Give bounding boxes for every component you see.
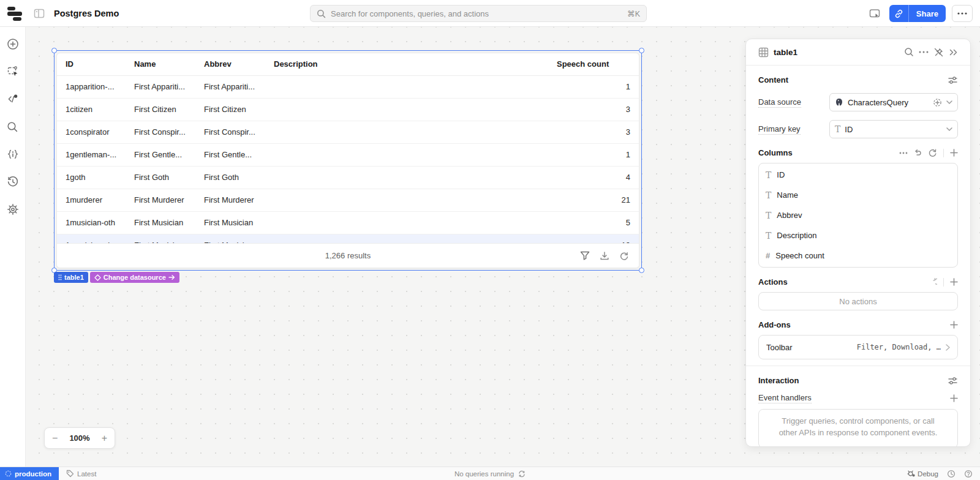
- actions-reset-icon[interactable]: [929, 278, 937, 286]
- refresh-icon[interactable]: [619, 251, 629, 261]
- select-components-button[interactable]: [4, 62, 22, 81]
- zoom-level[interactable]: 100%: [69, 433, 89, 443]
- inspector-more-icon[interactable]: [919, 51, 929, 53]
- sliders-icon[interactable]: [948, 76, 958, 84]
- search-input[interactable]: [331, 9, 622, 18]
- filter-icon[interactable]: [580, 251, 590, 260]
- change-datasource-button[interactable]: Change datasource: [90, 272, 179, 283]
- table-row[interactable]: 1conspirator First Conspir... First Cons…: [57, 121, 639, 144]
- add-component-button[interactable]: [4, 35, 22, 53]
- history-clock-icon[interactable]: [947, 470, 956, 478]
- columns-more-icon[interactable]: [899, 152, 908, 154]
- cell-id[interactable]: 1goth: [66, 173, 134, 182]
- environment-selector[interactable]: production: [0, 467, 59, 480]
- cell-name[interactable]: First Conspir...: [134, 127, 204, 137]
- cell-speech-count[interactable]: 5: [557, 218, 630, 227]
- cell-abbrev[interactable]: First Musician: [204, 218, 274, 227]
- cell-abbrev[interactable]: First Conspir...: [204, 127, 274, 137]
- cell-abbrev[interactable]: First Citizen: [204, 105, 274, 114]
- global-search[interactable]: ⌘K: [310, 5, 647, 22]
- cell-speech-count[interactable]: 3: [557, 105, 630, 114]
- column-list-item[interactable]: T Abbrev: [759, 205, 957, 225]
- text-type-icon: T: [766, 171, 771, 179]
- cell-name[interactable]: First Musician: [134, 218, 204, 227]
- table-column-header[interactable]: ID: [66, 59, 134, 69]
- add-addon-icon[interactable]: [950, 321, 958, 329]
- addons-section-label: Add-ons: [758, 320, 791, 329]
- resize-handle-top-right[interactable]: [639, 48, 644, 53]
- download-icon[interactable]: [600, 251, 609, 261]
- cell-name[interactable]: First Goth: [134, 173, 204, 182]
- debug-button[interactable]: Debug: [907, 470, 938, 478]
- zoom-in-button[interactable]: +: [102, 433, 107, 444]
- regenerate-columns-icon[interactable]: [928, 148, 937, 157]
- cell-name[interactable]: First Citizen: [134, 105, 204, 114]
- cell-name[interactable]: First Murderer: [134, 195, 204, 204]
- table-row[interactable]: 1murderer First Murderer First Murderer …: [57, 189, 639, 212]
- column-list-item[interactable]: T Description: [759, 225, 957, 246]
- inspector-search-icon[interactable]: [904, 47, 914, 57]
- cell-id[interactable]: 1conspirator: [66, 127, 134, 137]
- state-panel-button[interactable]: [4, 145, 22, 163]
- cell-id[interactable]: 1murderer: [66, 195, 134, 204]
- retool-logo[interactable]: [7, 7, 23, 20]
- primary-key-select[interactable]: T ID: [829, 120, 958, 138]
- cell-abbrev[interactable]: First Gentle...: [204, 150, 274, 159]
- cell-abbrev[interactable]: First Goth: [204, 173, 274, 182]
- table-row[interactable]: 1musician-si First Musician First Musici…: [57, 234, 639, 243]
- copy-link-button[interactable]: [889, 5, 909, 22]
- cell-name[interactable]: First Appariti...: [134, 82, 204, 91]
- cell-abbrev[interactable]: First Murderer: [204, 195, 274, 204]
- search-panel-button[interactable]: [4, 118, 22, 136]
- cell-speech-count[interactable]: 1: [557, 150, 630, 159]
- zoom-out-button[interactable]: −: [52, 433, 58, 444]
- help-icon[interactable]: [964, 470, 973, 478]
- code-panel-button[interactable]: [4, 90, 22, 108]
- share-button[interactable]: Share: [909, 5, 946, 22]
- table-column-header[interactable]: Description: [274, 59, 557, 69]
- collapse-panel-icon[interactable]: [949, 48, 958, 56]
- settings-button[interactable]: [4, 200, 22, 219]
- add-column-icon[interactable]: [950, 149, 958, 157]
- cell-id[interactable]: 1gentleman-...: [66, 150, 134, 159]
- table-row[interactable]: 1citizen First Citizen First Citizen 3: [57, 99, 639, 121]
- table-column-header[interactable]: Abbrev: [204, 59, 274, 69]
- present-app-icon[interactable]: [866, 5, 883, 22]
- add-event-handler-icon[interactable]: [950, 394, 958, 402]
- sliders-icon[interactable]: [948, 377, 958, 385]
- wrap-query-icon[interactable]: [933, 98, 942, 107]
- history-panel-button[interactable]: [4, 173, 22, 191]
- cell-name[interactable]: First Gentle...: [134, 150, 204, 159]
- reset-columns-icon[interactable]: [914, 149, 922, 157]
- left-panel-toggle-icon[interactable]: [32, 6, 47, 21]
- column-list-item[interactable]: T Name: [759, 185, 957, 205]
- sync-icon[interactable]: [518, 470, 526, 478]
- cell-id[interactable]: 1musician-oth: [66, 218, 134, 227]
- resize-handle-bottom-right[interactable]: [639, 268, 644, 273]
- table-row[interactable]: 1goth First Goth First Goth 4: [57, 167, 639, 189]
- table-row[interactable]: 1musician-oth First Musician First Music…: [57, 212, 639, 234]
- table-column-header[interactable]: Speech count: [557, 59, 630, 69]
- column-label: ID: [777, 170, 785, 179]
- cell-speech-count[interactable]: 4: [557, 173, 630, 182]
- data-source-select[interactable]: CharactersQuery: [829, 93, 958, 111]
- add-action-icon[interactable]: [950, 278, 958, 286]
- column-list-item[interactable]: # Speech count: [759, 246, 957, 266]
- resize-handle-top-left[interactable]: [51, 48, 57, 53]
- table-column-header[interactable]: Name: [134, 59, 204, 69]
- cell-id[interactable]: 1citizen: [66, 105, 134, 114]
- cell-speech-count[interactable]: 1: [557, 82, 630, 91]
- cell-abbrev[interactable]: First Appariti...: [204, 82, 274, 91]
- column-list-item[interactable]: T ID: [759, 165, 957, 185]
- cell-speech-count[interactable]: 3: [557, 127, 630, 137]
- more-options-button[interactable]: [952, 5, 973, 22]
- toolbar-addon-row[interactable]: Toolbar Filter, Download, …: [758, 335, 958, 359]
- cell-id[interactable]: 1apparition-...: [66, 82, 134, 91]
- unpin-panel-icon[interactable]: [933, 47, 944, 58]
- version-selector[interactable]: Latest: [59, 467, 104, 480]
- table-row[interactable]: 1gentleman-... First Gentle... First Gen…: [57, 144, 639, 167]
- table-row[interactable]: 1apparition-... First Appariti... First …: [57, 76, 639, 99]
- cell-speech-count[interactable]: 21: [557, 195, 630, 204]
- component-name-badge[interactable]: table1: [54, 272, 88, 283]
- table1-component[interactable]: IDNameAbbrevDescriptionSpeech count 1app…: [56, 53, 639, 268]
